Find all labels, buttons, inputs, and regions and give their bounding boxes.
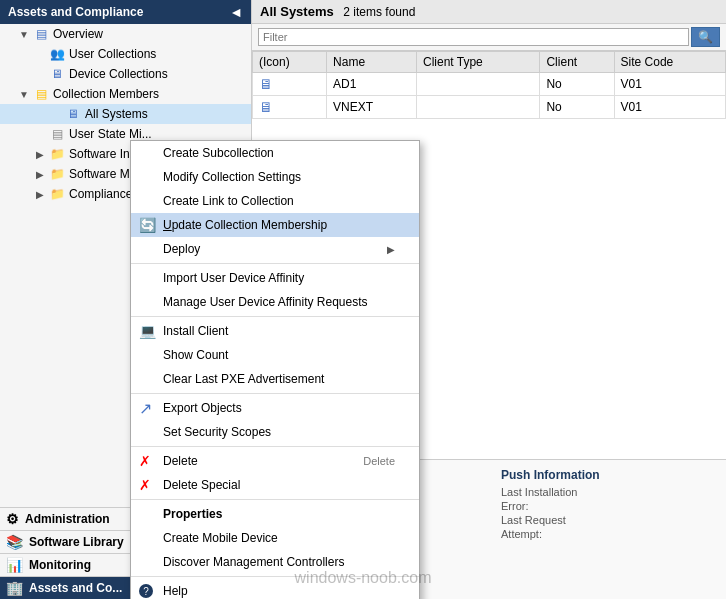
expand-icon-software-inve: ▶ (32, 149, 48, 160)
attempt-label: Attempt: (501, 528, 591, 540)
software-meta-icon: 📁 (48, 166, 66, 182)
sidebar-label-overview: Overview (53, 27, 103, 41)
row2-name: VNEXT (327, 96, 417, 119)
sidebar-item-all-systems[interactable]: 🖥 All Systems (0, 104, 251, 124)
ctx-delete-shortcut: Delete (363, 455, 395, 467)
administration-label: Administration (25, 512, 110, 526)
col-client: Client (540, 52, 614, 73)
ctx-modify-settings-label: Modify Collection Settings (163, 170, 301, 184)
ctx-install-client[interactable]: 💻 Install Client (131, 319, 419, 343)
sidebar-item-user-collections[interactable]: 👥 User Collections (0, 44, 251, 64)
ctx-show-count-label: Show Count (163, 348, 228, 362)
sidebar-title: Assets and Compliance (8, 5, 143, 19)
ctx-sep-3 (131, 393, 419, 394)
ctx-help-label: Help (163, 584, 188, 598)
ctx-delete-icon: ✗ (139, 453, 151, 469)
ctx-create-link[interactable]: Create Link to Collection (131, 189, 419, 213)
row1-site-code: V01 (614, 73, 725, 96)
sidebar-label-all-systems: All Systems (85, 107, 148, 121)
ctx-export-label: Export Objects (163, 401, 242, 415)
ctx-discover-mgmt-label: Discover Management Controllers (163, 555, 344, 569)
ctx-import-user-device-label: Import User Device Affinity (163, 271, 304, 285)
table-row[interactable]: 🖥 AD1 No V01 (253, 73, 726, 96)
ctx-delete-label: Delete (163, 454, 198, 468)
ctx-create-mobile[interactable]: Create Mobile Device (131, 526, 419, 550)
ctx-properties[interactable]: Properties (131, 502, 419, 526)
ctx-create-link-label: Create Link to Collection (163, 194, 294, 208)
ctx-create-subcollection-label: Create Subcollection (163, 146, 274, 160)
col-client-type: Client Type (416, 52, 539, 73)
administration-icon: ⚙ (6, 511, 19, 527)
expand-icon-collection-members: ▼ (16, 89, 32, 100)
ctx-discover-mgmt[interactable]: Discover Management Controllers (131, 550, 419, 574)
ctx-deploy[interactable]: Deploy ▶ (131, 237, 419, 261)
row2-client-type (416, 96, 539, 119)
expand-icon-software-meta: ▶ (32, 169, 48, 180)
ctx-deploy-label: Deploy (163, 242, 200, 256)
ctx-clear-pxe-label: Clear Last PXE Advertisement (163, 372, 324, 386)
panel-item-count: 2 items found (343, 5, 415, 19)
assets-label: Assets and Co... (29, 581, 122, 595)
row1-client-type (416, 73, 539, 96)
assets-icon: 🏢 (6, 580, 23, 596)
ctx-security-scopes-label: Set Security Scopes (163, 425, 271, 439)
col-icon: (Icon) (253, 52, 327, 73)
expand-icon-overview: ▼ (16, 29, 32, 40)
user-collections-icon: 👥 (48, 46, 66, 62)
ctx-delete-special-icon: ✗ (139, 477, 151, 493)
ctx-sep-2 (131, 316, 419, 317)
ctx-create-mobile-label: Create Mobile Device (163, 531, 278, 545)
ctx-create-subcollection[interactable]: Create Subcollection (131, 141, 419, 165)
ctx-update-membership-icon: 🔄 (139, 217, 156, 233)
ctx-manage-user-device[interactable]: Manage User Device Affinity Requests (131, 290, 419, 314)
ctx-delete[interactable]: ✗ Delete Delete (131, 449, 419, 473)
ctx-sep-4 (131, 446, 419, 447)
filter-input[interactable] (258, 28, 689, 46)
panel-header: All Systems 2 items found (252, 0, 726, 24)
expand-icon-compliance: ▶ (32, 189, 48, 200)
ctx-sep-6 (131, 576, 419, 577)
ctx-update-membership[interactable]: 🔄 Update Collection Membership (131, 213, 419, 237)
ctx-export-icon: ↗ (139, 399, 152, 418)
ctx-import-user-device[interactable]: Import User Device Affinity (131, 266, 419, 290)
ctx-delete-special[interactable]: ✗ Delete Special (131, 473, 419, 497)
row2-icon: 🖥 (253, 96, 327, 119)
error-label: Error: (501, 500, 591, 512)
ctx-update-membership-label: Update Collection Membership (163, 218, 327, 232)
ctx-help[interactable]: ? Help (131, 579, 419, 599)
row1-icon: 🖥 (253, 73, 327, 96)
table-row[interactable]: 🖥 VNEXT No V01 (253, 96, 726, 119)
ctx-properties-label: Properties (163, 507, 222, 521)
sidebar-label-collection-members: Collection Members (53, 87, 159, 101)
all-systems-icon: 🖥 (64, 106, 82, 122)
last-installation-label: Last Installation (501, 486, 591, 498)
last-request-label: Last Request (501, 514, 591, 526)
ctx-delete-special-label: Delete Special (163, 478, 240, 492)
ctx-sep-1 (131, 263, 419, 264)
row2-client: No (540, 96, 614, 119)
data-table: (Icon) Name Client Type Client Site Code… (252, 51, 726, 119)
sidebar-collapse-button[interactable]: ◄ (229, 4, 243, 20)
ctx-sep-5 (131, 499, 419, 500)
ctx-clear-pxe[interactable]: Clear Last PXE Advertisement (131, 367, 419, 391)
collection-members-icon: ▤ (32, 86, 50, 102)
sidebar-header: Assets and Compliance ◄ (0, 0, 251, 24)
ctx-modify-settings[interactable]: Modify Collection Settings (131, 165, 419, 189)
sidebar-item-overview[interactable]: ▼ ▤ Overview (0, 24, 251, 44)
ctx-show-count[interactable]: Show Count (131, 343, 419, 367)
compliance-icon: 📁 (48, 186, 66, 202)
row1-name: AD1 (327, 73, 417, 96)
sidebar-item-collection-members[interactable]: ▼ ▤ Collection Members (0, 84, 251, 104)
context-menu: Create Subcollection Modify Collection S… (130, 140, 420, 599)
panel-title: All Systems (260, 4, 334, 19)
user-state-icon: ▤ (48, 126, 66, 142)
row2-site-code: V01 (614, 96, 725, 119)
ctx-export-objects[interactable]: ↗ Export Objects (131, 396, 419, 420)
sidebar-item-device-collections[interactable]: 🖥 Device Collections (0, 64, 251, 84)
ctx-deploy-arrow: ▶ (387, 244, 395, 255)
filter-search-button[interactable]: 🔍 (691, 27, 720, 47)
filter-bar: 🔍 (252, 24, 726, 51)
monitoring-label: Monitoring (29, 558, 91, 572)
device-collections-icon: 🖥 (48, 66, 66, 82)
ctx-security-scopes[interactable]: Set Security Scopes (131, 420, 419, 444)
